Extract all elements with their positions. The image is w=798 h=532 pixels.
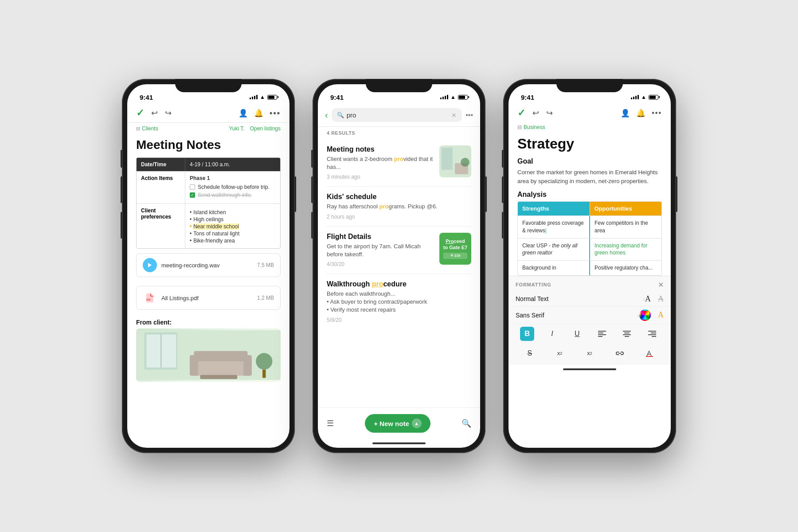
- toolbar-1: ✓ ↩ ↪ 👤 🔔 •••: [127, 104, 289, 123]
- result-time-3: 4/30/20: [327, 261, 434, 267]
- table-row-prefs: Clientpreferences •Island kitchen •High …: [137, 204, 280, 248]
- new-note-button[interactable]: + New note ▲: [365, 414, 430, 433]
- result-title-4: Walkthrough procedure: [327, 280, 471, 288]
- home-indicator-3: [509, 365, 671, 374]
- action-items-value: Phase 1 Schedule follow-up before trip. …: [185, 172, 280, 203]
- check-button-1[interactable]: ✓: [136, 107, 144, 119]
- formatting-close-button[interactable]: ✕: [658, 281, 664, 289]
- analysis-label: Analysis: [509, 189, 671, 201]
- signal-icon-3: [631, 95, 639, 99]
- breadcrumb-right1[interactable]: Yuki T.: [229, 125, 244, 132]
- search-result-4[interactable]: Walkthrough procedure Before each walkth…: [327, 274, 471, 329]
- search-nav-icon[interactable]: 🔍: [462, 419, 471, 428]
- more-button-1[interactable]: •••: [270, 109, 281, 118]
- search-query[interactable]: pro: [347, 111, 449, 119]
- checkbox-checked-2[interactable]: ✓: [190, 192, 195, 198]
- strikethrough-font-icon[interactable]: A: [658, 294, 664, 304]
- serif-font-icon[interactable]: A: [645, 294, 651, 304]
- swot-row-3: Background in Positive regulatory cha...: [518, 260, 661, 275]
- align-center-button[interactable]: [620, 327, 634, 341]
- svg-text:PDF: PDF: [146, 298, 151, 301]
- checkbox-unchecked-1[interactable]: [190, 184, 195, 190]
- breadcrumb-label-1[interactable]: Clients: [142, 125, 158, 132]
- undo-button-3[interactable]: ↩: [532, 108, 539, 118]
- color-picker-icon[interactable]: [639, 309, 651, 321]
- decorative-font-icon[interactable]: A: [658, 310, 664, 320]
- search-result-3[interactable]: Flight Details Get to the airport by 7am…: [327, 227, 471, 274]
- checkbox-label-1: Schedule follow-up before trip.: [198, 184, 270, 190]
- person-add-icon-1[interactable]: 👤: [239, 109, 248, 118]
- link-icon: [616, 350, 624, 356]
- doc-icon-1: ⊟: [136, 126, 140, 132]
- goal-label: Goal: [509, 156, 671, 167]
- sans-serif-icons: A: [639, 309, 664, 321]
- italic-button[interactable]: I: [545, 327, 559, 341]
- check-button-3[interactable]: ✓: [517, 107, 525, 119]
- more-button-3[interactable]: •••: [652, 109, 662, 117]
- opportunity-text-3: Positive regulatory cha...: [595, 265, 653, 271]
- format-row-normal: Normal Text › A A: [509, 292, 671, 307]
- undo-button-1[interactable]: ↩: [151, 108, 158, 118]
- hamburger-icon[interactable]: ☰: [327, 419, 334, 428]
- new-note-chevron-icon[interactable]: ▲: [412, 419, 422, 428]
- notch-2: [366, 79, 432, 92]
- underline-button[interactable]: U: [570, 327, 584, 341]
- search-more-button[interactable]: •••: [466, 111, 473, 119]
- checkbox-2[interactable]: ✓ Send walkthrough info.: [190, 192, 276, 198]
- search-result-2[interactable]: Kids' schedule Ray has afterschool progr…: [327, 187, 471, 226]
- breadcrumb-label-3[interactable]: Business: [524, 124, 545, 130]
- phase-label: Phase 1: [190, 175, 276, 181]
- action-items-label: Action Items: [137, 172, 185, 203]
- align-left-button[interactable]: [595, 327, 609, 341]
- result-content-3: Flight Details Get to the airport by 7am…: [327, 233, 434, 267]
- home-indicator-2: [318, 439, 480, 448]
- back-button[interactable]: ‹: [325, 110, 328, 120]
- svg-rect-26: [648, 331, 656, 332]
- highlight-button[interactable]: [642, 346, 657, 360]
- search-result-1[interactable]: Meeting notes Client wants a 2-bedroom p…: [327, 139, 471, 187]
- attachment-pdf[interactable]: PDF All Listings.pdf 1.2 MB: [136, 286, 281, 310]
- phone-3: 9:41 ▲ ✓ ↩: [503, 79, 676, 453]
- wifi-icon-3: ▲: [641, 94, 646, 100]
- svg-rect-28: [648, 334, 656, 335]
- checkbox-1[interactable]: Schedule follow-up before trip.: [190, 184, 276, 190]
- subscript-button[interactable]: x2: [583, 346, 597, 360]
- align-right-button[interactable]: [645, 327, 659, 341]
- person-add-icon-3[interactable]: 👤: [621, 109, 630, 118]
- wifi-icon-1: ▲: [260, 94, 265, 100]
- bell-add-icon-1[interactable]: 🔔: [254, 109, 263, 118]
- strength-text-1: Favorable press coverage & reviews: [522, 220, 584, 234]
- format-toolbar-row-1: B I U: [509, 324, 671, 344]
- superscript-button[interactable]: x2: [552, 346, 567, 360]
- attachment-audio[interactable]: meeting-recording.wav 7.5 MB: [136, 253, 281, 277]
- redo-button-1[interactable]: ↪: [165, 108, 172, 118]
- link-button[interactable]: [613, 346, 627, 360]
- bold-button[interactable]: B: [520, 327, 534, 341]
- signal-icon-1: [250, 95, 258, 99]
- svg-rect-13: [262, 370, 266, 378]
- phones-container: 9:41 ▲ ✓ ↩: [122, 79, 676, 453]
- bullet-4: •Tons of natural light: [190, 231, 276, 237]
- svg-rect-18: [598, 331, 606, 332]
- sans-serif-style[interactable]: Sans Serif: [516, 312, 635, 319]
- new-note-bar: ☰ + New note ▲ 🔍: [318, 407, 480, 439]
- svg-rect-7: [190, 359, 252, 376]
- redo-button-3[interactable]: ↪: [546, 108, 553, 118]
- result-snippet-4: Before each walkthrough... • Ask buyer t…: [327, 290, 471, 314]
- from-client-label: From client:: [127, 314, 289, 329]
- search-bar: ‹ 🔍 pro ✕ •••: [318, 104, 480, 127]
- svg-rect-4: [146, 334, 161, 368]
- result-content-4: Walkthrough procedure Before each walkth…: [327, 280, 471, 323]
- swot-row-1: Favorable press coverage & reviews| Few …: [518, 215, 661, 238]
- breadcrumb-right2[interactable]: Open listings: [250, 125, 281, 132]
- search-clear-button[interactable]: ✕: [451, 112, 457, 119]
- bell-add-icon-3[interactable]: 🔔: [636, 109, 645, 118]
- phone-2: 9:41 ▲ ‹ 🔍: [313, 79, 485, 453]
- strikethrough-button[interactable]: S: [523, 346, 537, 360]
- search-input-wrap[interactable]: 🔍 pro ✕: [332, 108, 462, 122]
- battery-icon-2: [458, 95, 468, 100]
- format-row-sans: Sans Serif › A: [509, 307, 671, 324]
- battery-icon-1: [267, 95, 277, 100]
- normal-text-style[interactable]: Normal Text: [516, 295, 641, 302]
- thumb-room-svg: [439, 145, 471, 177]
